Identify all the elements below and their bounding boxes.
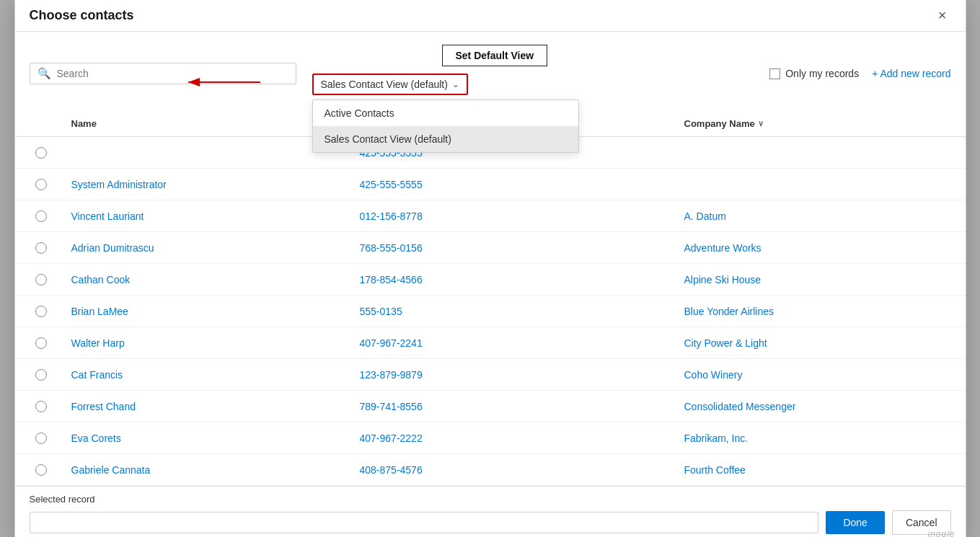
selected-record-label: Selected record: [30, 494, 951, 505]
modal-footer: Selected record Done Cancel: [15, 486, 966, 537]
selected-record-input[interactable]: [30, 512, 819, 533]
row-radio[interactable]: [30, 362, 66, 388]
only-my-records-label: Only my records: [785, 68, 859, 79]
view-selector-button[interactable]: Sales Contact View (default) ⌄: [312, 74, 468, 95]
table-row: Brian LaMee 555-0135 Blue Yonder Airline…: [15, 296, 966, 327]
row-company[interactable]: Adventure Works: [679, 235, 951, 261]
radio-button[interactable]: [35, 401, 47, 412]
set-default-view-button[interactable]: Set Default View: [442, 45, 548, 66]
row-name[interactable]: Walter Harp: [66, 330, 354, 356]
choose-contacts-modal: Choose contacts × 🔍 Set Default View Sal…: [14, 0, 966, 537]
row-company[interactable]: Alpine Ski House: [679, 267, 951, 293]
row-radio[interactable]: [30, 457, 66, 483]
radio-button[interactable]: [35, 210, 47, 222]
row-radio[interactable]: [30, 140, 66, 166]
row-name[interactable]: System Administrator: [66, 172, 354, 198]
add-new-record-link[interactable]: + Add new record: [872, 68, 950, 79]
row-radio[interactable]: [30, 172, 66, 198]
only-my-records-checkbox[interactable]: [769, 68, 780, 79]
radio-button[interactable]: [35, 179, 47, 190]
row-radio[interactable]: [30, 235, 66, 261]
radio-button[interactable]: [35, 337, 47, 349]
dropdown-item-sales-contact-view[interactable]: Sales Contact View (default): [313, 126, 578, 152]
radio-button[interactable]: [35, 369, 47, 381]
row-name[interactable]: Adrian Dumitrascu: [66, 235, 354, 261]
done-button[interactable]: Done: [826, 511, 884, 534]
row-company: [679, 177, 951, 192]
row-phone: 407-967-2241: [354, 330, 534, 356]
row-name[interactable]: Cathan Cook: [66, 267, 354, 293]
row-name[interactable]: Eva Corets: [66, 425, 354, 451]
row-radio[interactable]: [30, 425, 66, 451]
row-phone: 408-875-4576: [354, 457, 534, 483]
row-fax: [534, 209, 679, 223]
row-name[interactable]: [66, 146, 354, 160]
row-phone: 178-854-4566: [354, 267, 534, 293]
table-row: Cathan Cook 178-854-4566 Alpine Ski Hous…: [15, 264, 966, 296]
modal-toolbar: 🔍 Set Default View Sales Contact View (d…: [15, 32, 966, 111]
row-phone: 012-156-8778: [354, 203, 534, 229]
col-name: Name: [66, 111, 354, 136]
row-fax: [534, 177, 679, 192]
row-phone: 123-879-9879: [354, 362, 534, 388]
row-company[interactable]: Blue Yonder Airlines: [679, 298, 951, 324]
row-phone: 555-0135: [354, 298, 534, 324]
row-fax: [534, 241, 679, 255]
row-name[interactable]: Vincent Lauriant: [66, 203, 354, 229]
row-company[interactable]: Coho Winery: [679, 362, 951, 388]
modal-title: Choose contacts: [30, 8, 134, 23]
row-phone: 407-967-2222: [354, 425, 534, 451]
table-row: Cat Francis 123-879-9879 Coho Winery: [15, 359, 966, 391]
radio-button[interactable]: [35, 242, 47, 254]
table-row: Walter Harp 407-967-2241 City Power & Li…: [15, 327, 966, 359]
row-fax: [534, 368, 679, 382]
row-radio[interactable]: [30, 330, 66, 356]
row-name[interactable]: Forrest Chand: [66, 394, 354, 420]
footer-actions: Done Cancel: [30, 510, 951, 535]
table-row: Gabriele Cannata 408-875-4576 Fourth Cof…: [15, 454, 966, 486]
cancel-button[interactable]: Cancel: [892, 510, 951, 535]
row-company[interactable]: Fabrikam, Inc.: [679, 425, 951, 451]
row-name[interactable]: Cat Francis: [66, 362, 354, 388]
table-row: Vincent Lauriant 012-156-8778 A. Datum: [15, 200, 966, 232]
row-phone: 789-741-8556: [354, 394, 534, 420]
row-company[interactable]: Consolidated Messenger: [679, 394, 951, 420]
table-row: Eva Corets 407-967-2222 Fabrikam, Inc.: [15, 422, 966, 454]
radio-button[interactable]: [35, 147, 47, 159]
row-fax: [534, 399, 679, 414]
row-fax: [534, 304, 679, 319]
radio-button[interactable]: [35, 274, 47, 285]
close-button[interactable]: ×: [934, 6, 951, 24]
view-dropdown-menu: Active Contacts Sales Contact View (defa…: [312, 99, 579, 153]
radio-button[interactable]: [35, 432, 47, 444]
modal-overlay: Choose contacts × 🔍 Set Default View Sal…: [0, 0, 980, 537]
row-radio[interactable]: [30, 298, 66, 324]
row-fax: [534, 431, 679, 445]
row-company[interactable]: A. Datum: [679, 203, 951, 229]
table-row: Forrest Chand 789-741-8556 Consolidated …: [15, 391, 966, 422]
col-company[interactable]: Company Name ∨: [679, 111, 951, 136]
col-select: [30, 111, 66, 136]
table-row: Adrian Dumitrascu 768-555-0156 Adventure…: [15, 232, 966, 264]
sort-company-icon: ∨: [758, 119, 764, 128]
row-company[interactable]: Fourth Coffee: [679, 457, 951, 483]
search-box: 🔍: [30, 63, 296, 84]
search-icon: 🔍: [37, 67, 51, 80]
row-radio[interactable]: [30, 267, 66, 293]
row-radio[interactable]: [30, 203, 66, 229]
row-radio[interactable]: [30, 394, 66, 420]
radio-button[interactable]: [35, 306, 47, 317]
row-name[interactable]: Gabriele Cannata: [66, 457, 354, 483]
radio-button[interactable]: [35, 464, 47, 476]
row-company[interactable]: City Power & Light: [679, 330, 951, 356]
row-fax: [534, 272, 679, 287]
dropdown-item-active-contacts[interactable]: Active Contacts: [313, 100, 578, 126]
row-fax: [534, 463, 679, 477]
row-name[interactable]: Brian LaMee: [66, 298, 354, 324]
search-input[interactable]: [57, 68, 288, 79]
table-body: 425-555-5555 System Administrator 425-55…: [15, 137, 966, 486]
row-company: [679, 146, 951, 160]
right-controls: Only my records + Add new record: [769, 68, 950, 79]
row-phone: 425-555-5555: [354, 172, 534, 198]
view-selector-label: Sales Contact View (default): [321, 79, 448, 90]
